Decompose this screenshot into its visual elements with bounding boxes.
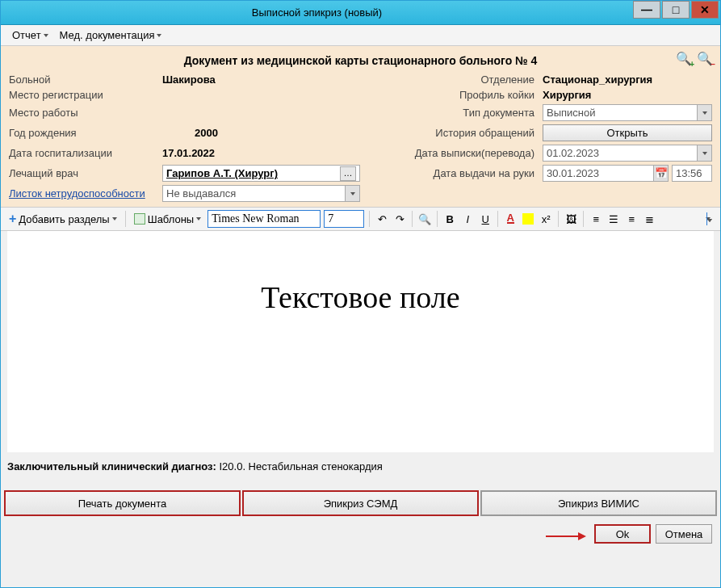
print-document-label: Печать документа [78,498,167,510]
font-size-select[interactable]: 7 [324,210,364,228]
separator [558,211,559,227]
header-panel: 🔍 🔍 Документ из медицинской карты стацио… [1,46,720,207]
disability-sheet-link[interactable]: Листок нетрудоспособности [9,187,162,200]
menu-report-label: Отчет [12,29,41,41]
calendar-icon: 📅 [653,166,668,181]
add-sections-label: Добавить разделы [19,213,109,225]
issue-date-value: 30.01.2023 [547,167,599,179]
editor-area[interactable]: Текстовое поле [7,231,714,452]
minimize-button[interactable]: — [633,1,660,19]
label-doc-type: Тип документа [364,107,543,119]
open-history-label: Открыть [606,127,648,139]
menubar: Отчет Мед. документация [1,25,720,46]
ok-button[interactable]: Ok [594,524,651,544]
doc-type-value: Выписной [547,107,596,119]
disability-value: Не выдавался [166,187,236,200]
ok-label: Ok [616,528,630,540]
underline-button[interactable]: U [478,212,493,226]
align-center-button[interactable]: ☰ [606,212,621,226]
dialog-footer: Ok Отмена [1,516,720,547]
label-birth-year: Год рождения [9,127,162,139]
chevron-down-icon [697,105,711,120]
doctor-name: Гарипов А.Т. (Хирург) [166,167,278,179]
add-sections-button[interactable]: + Добавить разделы [6,210,120,228]
align-right-button[interactable]: ≡ [624,212,639,226]
titlebar: Выписной эпикриз (новый) — □ ✕ [1,1,720,25]
chevron-down-icon [157,34,161,37]
redo-button[interactable]: ↷ [392,212,407,226]
epikriz-vimis-button[interactable]: Эпикриз ВИМИС [480,490,717,516]
separator [369,211,370,227]
label-patient: Больной [9,74,162,86]
chevron-down-icon [112,217,117,220]
align-justify-button[interactable]: ≣ [642,212,656,226]
label-doctor: Лечащий врач [9,167,162,179]
undo-button[interactable]: ↶ [375,212,389,226]
window-controls: — □ ✕ [633,1,720,24]
highlight-button[interactable] [521,212,535,226]
issue-time-value: 13:56 [676,167,702,179]
doctor-field[interactable]: Гарипов А.Т. (Хирург) … [162,165,360,182]
menu-report[interactable]: Отчет [7,27,53,43]
disability-select[interactable]: Не выдавался [162,185,360,202]
epikriz-semd-button[interactable]: Эпикриз СЭМД [242,490,479,516]
close-button[interactable]: ✕ [691,1,719,19]
chevron-down-icon [345,186,359,201]
doc-type-select[interactable]: Выписной [543,104,712,121]
font-name-value: Times New Roman [212,212,299,225]
font-name-select[interactable]: Times New Roman [207,210,321,228]
value-patient: Шакирова [162,74,364,86]
value-bed-profile: Хирургия [543,89,712,101]
diagnosis-value: I20.0. Нестабильная стенокардия [219,460,382,472]
discharge-date-value: 01.02.2023 [547,147,599,159]
templates-button[interactable]: Шаблоны [131,212,205,227]
zoom-in-icon[interactable]: 🔍 [675,49,693,67]
label-hosp-date: Дата госпитализации [9,147,162,159]
menu-meddoc-label: Мед. документация [60,29,155,41]
find-button[interactable]: 🔍 [417,212,432,226]
epikriz-vimis-label: Эпикриз ВИМИС [558,498,639,510]
plus-icon: + [9,212,16,226]
bottom-button-row: Печать документа Эпикриз СЭМД Эпикриз ВИ… [1,490,720,516]
font-color-button[interactable]: A [503,212,518,226]
bold-button[interactable]: B [442,212,457,226]
separator [437,211,438,227]
font-size-value: 7 [328,212,333,225]
maximize-button[interactable]: □ [662,1,690,19]
discharge-date-input[interactable]: 01.02.2023 [543,145,712,162]
document-title: Документ из медицинской карты стационарн… [9,51,712,74]
separator [125,211,126,227]
label-department: Отделение [364,74,543,86]
print-document-button[interactable]: Печать документа [4,490,241,516]
ellipsis-button[interactable]: … [340,166,356,181]
insert-image-button[interactable]: 🖼 [564,212,578,226]
editor-body-text: Текстовое поле [40,279,681,315]
diagnosis-row: Заключительный клинический диагноз: I20.… [1,452,720,481]
issue-date-input[interactable]: 30.01.2023 📅 [543,165,669,182]
align-left-button[interactable]: ≡ [589,212,603,226]
label-history: История обращений [364,127,543,139]
menu-meddoc[interactable]: Мед. документация [55,27,167,43]
window-title: Выписной эпикриз (новый) [1,6,633,19]
templates-label: Шаблоны [148,213,195,225]
open-history-button[interactable]: Открыть [543,124,712,141]
editor-toolbar: + Добавить разделы Шаблоны Times New Rom… [1,207,720,231]
value-hosp-date: 17.01.2022 [162,147,364,159]
value-birth-year: 2000 [162,127,364,139]
diagnosis-label: Заключительный клинический диагноз: [7,460,216,472]
issue-time-input[interactable]: 13:56 [672,165,712,182]
zoom-out-icon[interactable]: 🔍 [696,49,714,67]
separator [497,211,498,227]
chevron-down-icon [196,217,201,220]
label-discharge-date: Дата выписки(перевода) [364,147,543,159]
cancel-button[interactable]: Отмена [656,524,712,544]
epikriz-semd-label: Эпикриз СЭМД [324,498,398,510]
label-bed-profile: Профиль койки [364,89,543,101]
superscript-button[interactable]: x² [539,212,553,226]
chevron-down-icon [697,145,711,161]
chevron-down-icon [44,34,48,37]
template-icon [134,213,145,225]
italic-button[interactable]: I [460,212,475,226]
annotation-arrow [546,529,586,541]
value-department: Стационар_хирургия [543,74,712,86]
